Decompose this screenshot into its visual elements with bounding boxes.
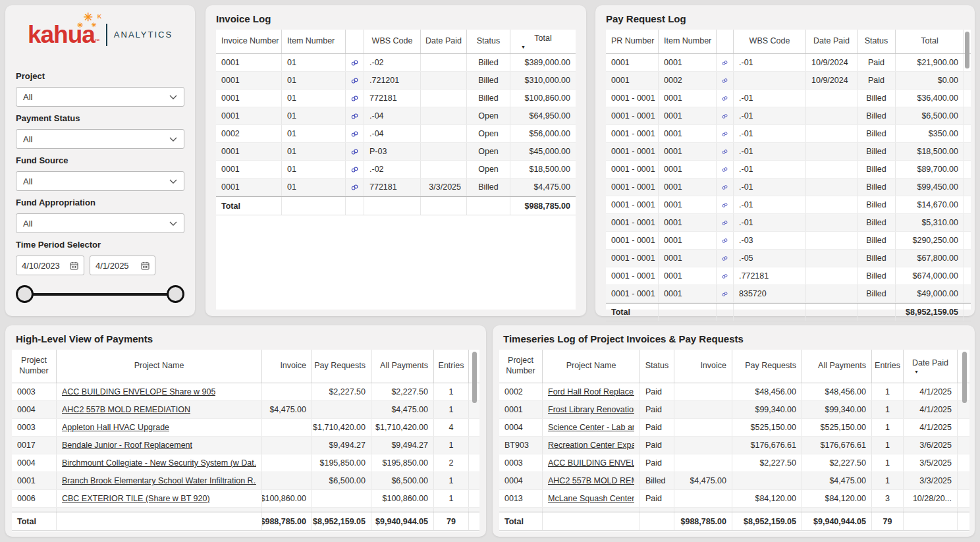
project-name-link[interactable]: Ford Hall Roof Replace... — [548, 387, 634, 396]
link-icon[interactable] — [717, 125, 734, 142]
column-header-entries[interactable]: Entries — [434, 350, 469, 383]
cell-status: Open — [467, 161, 510, 178]
column-header-status[interactable]: Status — [640, 350, 674, 383]
link-icon[interactable] — [346, 161, 364, 178]
column-header-project-name[interactable]: Project Name — [543, 350, 640, 383]
kahua-logo: kahua™ ✳ ✳ ✳ K — [28, 22, 99, 47]
column-header-invoice[interactable]: Invoice — [262, 350, 312, 383]
link-icon[interactable] — [717, 143, 734, 160]
project-name-link[interactable]: AHC2 557B MOLD REMEDIATION — [62, 405, 190, 414]
calendar-icon[interactable] — [70, 261, 78, 270]
link-icon[interactable] — [717, 54, 734, 71]
vertical-scrollbar[interactable] — [472, 352, 477, 403]
link-icon[interactable] — [717, 161, 734, 178]
cell-pay-requests: $176,676.61 — [732, 437, 802, 454]
slider-track[interactable] — [24, 293, 177, 296]
column-header-project-name[interactable]: Project Name — [57, 350, 262, 383]
cell-invoice — [262, 437, 312, 454]
cell-pay-requests: $9,494.27 — [312, 437, 371, 454]
payment-status-dropdown-value: All — [23, 134, 32, 144]
link-icon[interactable] — [717, 285, 734, 302]
project-name-link[interactable]: Recreation Center Expa... — [548, 441, 634, 450]
cell-pr-number: 0001 - 0001 — [606, 143, 659, 160]
project-dropdown[interactable]: All — [16, 87, 184, 107]
link-icon[interactable] — [717, 90, 734, 107]
vertical-scrollbar[interactable] — [962, 352, 967, 403]
timeseries-total-entries: 79 — [872, 512, 904, 530]
column-header-status[interactable]: Status — [467, 30, 510, 53]
column-header-total[interactable]: Total ▼ — [510, 30, 576, 53]
link-icon[interactable] — [717, 107, 734, 124]
column-header-item-number[interactable]: Item Number — [659, 30, 717, 53]
cell-status: Paid — [640, 508, 674, 512]
project-name-link[interactable]: Frost Library Renovation — [548, 405, 634, 414]
column-header-item-number[interactable]: Item Number — [282, 30, 346, 53]
link-icon[interactable] — [717, 72, 734, 89]
link-icon[interactable] — [346, 107, 364, 124]
cell-status: Billed — [858, 232, 896, 249]
project-name-link[interactable]: Appleton Hall HVAC Upgrade — [62, 423, 169, 432]
link-icon[interactable] — [717, 214, 734, 231]
column-header-wbs-code[interactable]: WBS Code — [364, 30, 421, 53]
project-name-link[interactable]: Science Center - Lab an... — [548, 423, 634, 432]
cell-wbs-code: .-04 — [364, 107, 421, 124]
link-icon[interactable] — [717, 267, 734, 285]
fund-source-dropdown[interactable]: All — [16, 171, 184, 191]
link-icon[interactable] — [717, 250, 734, 267]
payments-total-all-payments: $9,940,944.05 — [371, 512, 434, 530]
cell-status: Paid — [640, 454, 674, 472]
cell-status: Billed — [858, 250, 896, 267]
cell-status: Open — [467, 125, 510, 142]
column-header-invoice[interactable]: Invoice — [674, 350, 732, 383]
column-header-entries[interactable]: Entries — [872, 350, 904, 383]
cell-status: Billed — [467, 178, 510, 196]
column-header-date-paid[interactable]: Date Paid — [806, 30, 858, 53]
column-header-date-paid[interactable]: Date Paid ▼ — [904, 350, 958, 383]
project-name-link[interactable]: Bendale Junior - Roof Replacement — [62, 441, 192, 450]
column-header-project-number[interactable]: Project Number — [499, 350, 543, 383]
project-name-link[interactable]: Branch Brook Elementary School Water Inf… — [62, 476, 256, 485]
column-header-project-number[interactable]: Project Number — [12, 350, 57, 383]
link-icon[interactable] — [346, 90, 364, 107]
date-range-slider[interactable] — [16, 283, 184, 306]
cell-item-number: 0001 — [659, 143, 717, 160]
project-name-link[interactable]: ACC BUILDING ENVELOPE Share w 905 — [62, 387, 215, 396]
column-header-pr-number[interactable]: PR Number — [606, 30, 659, 53]
column-header-pay-requests[interactable]: Pay Requests — [312, 350, 371, 383]
slider-handle-end[interactable] — [167, 285, 184, 303]
link-icon[interactable] — [346, 143, 364, 160]
link-icon[interactable] — [346, 72, 364, 89]
column-header-all-payments[interactable]: All Payments — [371, 350, 434, 383]
cell-status: Billed — [467, 72, 510, 89]
link-icon[interactable] — [346, 125, 364, 142]
project-name-link[interactable]: McLane Squash Center ... — [548, 494, 634, 503]
column-header-wbs-code[interactable]: WBS Code — [734, 30, 806, 53]
calendar-icon[interactable] — [141, 261, 150, 270]
link-icon[interactable] — [717, 196, 734, 213]
column-header-date-paid[interactable]: Date Paid — [421, 30, 467, 53]
project-name-link[interactable]: Birchmount Collegiate - New Security Sys… — [62, 458, 256, 468]
link-icon[interactable] — [717, 232, 734, 249]
start-date-input[interactable]: 4/10/2023 — [16, 256, 84, 275]
link-icon[interactable] — [717, 178, 734, 196]
cell-invoice: $4,475.00 — [674, 472, 732, 489]
vertical-scrollbar[interactable] — [965, 32, 969, 68]
slider-handle-start[interactable] — [16, 285, 34, 303]
link-icon[interactable] — [346, 178, 364, 196]
fund-appropriation-dropdown[interactable]: All — [16, 213, 184, 233]
cell-date-paid: 10/9/2024 — [806, 54, 858, 71]
project-name-link[interactable]: CBC EXTERIOR TILE (Share w BT 920) — [62, 494, 210, 503]
project-name-link[interactable]: ACC BUILDING ENVELO... — [548, 458, 634, 468]
column-header-pay-requests[interactable]: Pay Requests — [732, 350, 802, 383]
column-header-status[interactable]: Status — [858, 30, 896, 53]
column-header-total[interactable]: Total — [896, 30, 964, 53]
cell-status: Paid — [640, 437, 674, 454]
column-header-all-payments[interactable]: All Payments — [802, 350, 872, 383]
column-header-invoice-number[interactable]: Invoice Number — [216, 30, 282, 53]
cell-status: Billed — [858, 267, 896, 285]
project-name-link[interactable]: AHC2 557B MOLD REM... — [548, 476, 634, 485]
cell-project-number: 0004 — [499, 419, 543, 436]
payment-status-dropdown[interactable]: All — [16, 129, 184, 149]
link-icon[interactable] — [346, 54, 364, 71]
end-date-input[interactable]: 4/1/2025 — [90, 256, 155, 275]
